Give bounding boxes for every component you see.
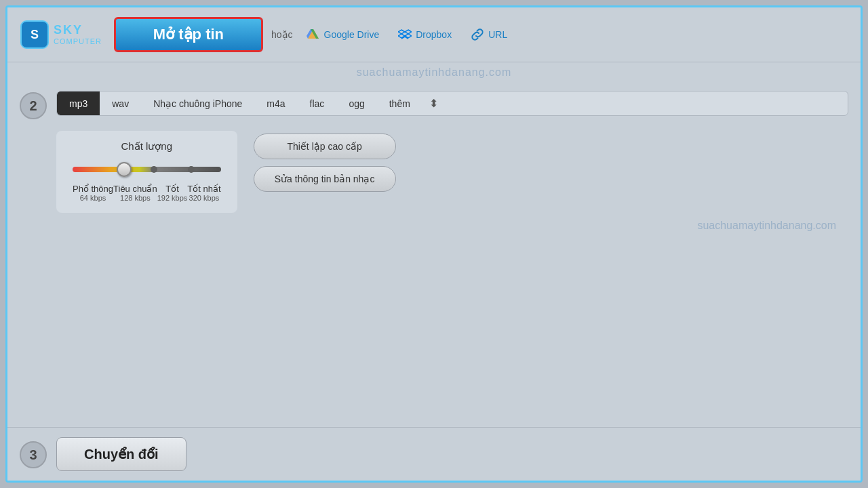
quality-level-4-sub: 320 kbps — [187, 194, 220, 202]
tab-more-button[interactable]: ⬍ — [422, 92, 445, 115]
quality-title: Chất lượng — [73, 140, 221, 152]
quality-level-2: Tiêu chuẩn 128 kbps — [113, 184, 157, 202]
quality-panel: Chất lượng Phổ thông 64 kbps — [56, 131, 237, 213]
google-drive-icon — [307, 28, 320, 41]
quality-level-1-label: Phổ thông — [73, 184, 113, 194]
slider-container[interactable] — [73, 159, 221, 180]
watermark-top: suachuamaytinhdanang.com — [7, 62, 861, 81]
quality-level-3: Tốt 192 kbps — [157, 184, 188, 202]
quality-labels: Phổ thông 64 kbps Tiêu chuẩn 128 kbps Tố… — [73, 184, 221, 202]
dropbox-label: Dropbox — [416, 29, 452, 40]
step1-bar: S SKY COMPUTER Mở tập tin hoặc Google Dr… — [7, 7, 861, 62]
quality-level-1: Phổ thông 64 kbps — [73, 184, 113, 202]
convert-button[interactable]: Chuyển đổi — [56, 437, 186, 471]
quality-level-1-sub: 64 kbps — [73, 194, 113, 202]
tab-flac[interactable]: flac — [298, 92, 337, 115]
advanced-settings-button[interactable]: Thiết lập cao cấp — [254, 134, 396, 159]
open-file-button[interactable]: Mở tập tin — [114, 17, 263, 52]
svg-text:S: S — [31, 28, 39, 41]
url-label: URL — [488, 29, 507, 40]
slider-track — [73, 167, 221, 172]
quality-level-2-label: Tiêu chuẩn — [113, 184, 157, 194]
tab-wav[interactable]: wav — [100, 92, 141, 115]
google-drive-label: Google Drive — [324, 29, 380, 40]
slider-dot-2 — [188, 166, 195, 173]
edit-tag-button[interactable]: Sửa thông tin bản nhạc — [254, 166, 396, 192]
sky-logo-icon: S — [20, 20, 50, 49]
watermark-bottom: suachuamaytinhdanang.com — [56, 213, 848, 239]
step2-row: 2 mp3 wav Nhạc chuông iPhone m4a flac og… — [20, 91, 848, 239]
slider-thumb[interactable] — [117, 162, 132, 177]
dropbox-button[interactable]: Dropbox — [393, 25, 457, 44]
tab-ogg[interactable]: ogg — [336, 92, 376, 115]
step2-number: 2 — [20, 92, 47, 119]
dropbox-icon — [398, 28, 412, 41]
logo-computer-label: COMPUTER — [54, 37, 102, 45]
quality-level-2-sub: 128 kbps — [113, 194, 157, 202]
quality-level-3-sub: 192 kbps — [157, 194, 188, 202]
quality-level-4-label: Tốt nhất — [187, 184, 220, 194]
step2-section: 2 mp3 wav Nhạc chuông iPhone m4a flac og… — [7, 81, 861, 427]
step3-number: 3 — [20, 441, 47, 468]
settings-panel: Thiết lập cao cấp Sửa thông tin bản nhạc — [254, 134, 396, 192]
tab-m4a[interactable]: m4a — [254, 92, 297, 115]
step3-section: 3 Chuyển đổi — [7, 427, 861, 481]
logo-area: S SKY COMPUTER — [20, 20, 102, 49]
quality-level-4: Tốt nhất 320 kbps — [187, 184, 220, 202]
google-drive-button[interactable]: Google Drive — [301, 25, 385, 44]
format-tabs: mp3 wav Nhạc chuông iPhone m4a flac ogg … — [56, 91, 848, 116]
logo-sky-label: SKY — [54, 24, 102, 37]
or-label: hoặc — [271, 29, 293, 40]
slider-dot-1 — [151, 166, 157, 173]
logo-text: SKY COMPUTER — [54, 24, 102, 45]
url-button[interactable]: URL — [465, 25, 513, 44]
quality-and-settings: Chất lượng Phổ thông 64 kbps — [56, 121, 848, 213]
quality-level-3-label: Tốt — [157, 184, 188, 194]
link-icon — [471, 28, 484, 41]
tab-them[interactable]: thêm — [377, 92, 422, 115]
tab-mp3[interactable]: mp3 — [57, 92, 100, 115]
tab-iphone[interactable]: Nhạc chuông iPhone — [141, 92, 254, 115]
